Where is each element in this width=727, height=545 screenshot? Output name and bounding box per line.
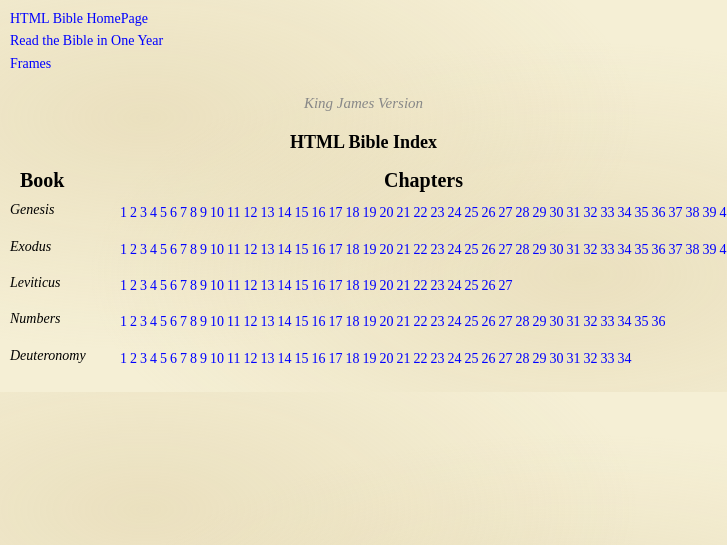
chapter-link[interactable]: 19 (362, 314, 376, 329)
chapter-link[interactable]: 13 (260, 351, 274, 366)
chapter-link[interactable]: 12 (243, 314, 257, 329)
chapter-link[interactable]: 35 (634, 205, 648, 220)
chapter-link[interactable]: 31 (566, 351, 580, 366)
chapter-link[interactable]: 7 (180, 278, 187, 293)
chapter-link[interactable]: 15 (294, 205, 308, 220)
chapter-link[interactable]: 38 (685, 242, 699, 257)
chapter-link[interactable]: 6 (170, 278, 177, 293)
chapter-link[interactable]: 26 (481, 205, 495, 220)
chapter-link[interactable]: 32 (583, 205, 597, 220)
chapter-link[interactable]: 19 (362, 205, 376, 220)
chapter-link[interactable]: 6 (170, 314, 177, 329)
chapter-link[interactable]: 7 (180, 242, 187, 257)
chapter-link[interactable]: 7 (180, 351, 187, 366)
chapter-link[interactable]: 25 (464, 242, 478, 257)
chapter-link[interactable]: 16 (311, 278, 325, 293)
chapter-link[interactable]: 15 (294, 314, 308, 329)
chapter-link[interactable]: 10 (210, 242, 224, 257)
chapter-link[interactable]: 2 (130, 242, 137, 257)
chapter-link[interactable]: 26 (481, 278, 495, 293)
chapter-link[interactable]: 29 (532, 351, 546, 366)
chapter-link[interactable]: 23 (430, 242, 444, 257)
chapter-link[interactable]: 25 (464, 205, 478, 220)
nav-link-one-year[interactable]: Read the Bible in One Year (10, 30, 717, 52)
chapter-link[interactable]: 9 (200, 351, 207, 366)
chapter-link[interactable]: 29 (532, 314, 546, 329)
chapter-link[interactable]: 17 (328, 314, 342, 329)
chapter-link[interactable]: 1 (120, 314, 127, 329)
chapter-link[interactable]: 28 (515, 314, 529, 329)
chapter-link[interactable]: 21 (396, 351, 410, 366)
chapter-link[interactable]: 4 (150, 351, 157, 366)
chapter-link[interactable]: 24 (447, 242, 461, 257)
chapter-link[interactable]: 5 (160, 242, 167, 257)
chapter-link[interactable]: 25 (464, 278, 478, 293)
chapter-link[interactable]: 24 (447, 314, 461, 329)
chapter-link[interactable]: 22 (413, 278, 427, 293)
chapter-link[interactable]: 11 (227, 314, 240, 329)
chapter-link[interactable]: 17 (328, 278, 342, 293)
chapter-link[interactable]: 18 (345, 351, 359, 366)
chapter-link[interactable]: 17 (328, 351, 342, 366)
chapter-link[interactable]: 38 (685, 205, 699, 220)
chapter-link[interactable]: 14 (277, 242, 291, 257)
chapter-link[interactable]: 11 (227, 242, 240, 257)
chapter-link[interactable]: 2 (130, 205, 137, 220)
chapter-link[interactable]: 3 (140, 242, 147, 257)
chapter-link[interactable]: 8 (190, 351, 197, 366)
chapter-link[interactable]: 20 (379, 242, 393, 257)
chapter-link[interactable]: 16 (311, 351, 325, 366)
chapter-link[interactable]: 30 (549, 242, 563, 257)
chapter-link[interactable]: 13 (260, 314, 274, 329)
chapter-link[interactable]: 37 (668, 242, 682, 257)
chapter-link[interactable]: 29 (532, 242, 546, 257)
chapter-link[interactable]: 25 (464, 351, 478, 366)
chapter-link[interactable]: 24 (447, 205, 461, 220)
chapter-link[interactable]: 14 (277, 205, 291, 220)
chapter-link[interactable]: 32 (583, 314, 597, 329)
chapter-link[interactable]: 5 (160, 205, 167, 220)
chapter-link[interactable]: 1 (120, 205, 127, 220)
chapter-link[interactable]: 22 (413, 351, 427, 366)
chapter-link[interactable]: 27 (498, 242, 512, 257)
chapter-link[interactable]: 21 (396, 314, 410, 329)
chapter-link[interactable]: 33 (600, 314, 614, 329)
chapter-link[interactable]: 25 (464, 314, 478, 329)
chapter-link[interactable]: 2 (130, 351, 137, 366)
chapter-link[interactable]: 15 (294, 242, 308, 257)
chapter-link[interactable]: 9 (200, 242, 207, 257)
chapter-link[interactable]: 10 (210, 278, 224, 293)
chapter-link[interactable]: 30 (549, 351, 563, 366)
chapter-link[interactable]: 18 (345, 314, 359, 329)
chapter-link[interactable]: 14 (277, 278, 291, 293)
chapter-link[interactable]: 4 (150, 278, 157, 293)
chapter-link[interactable]: 30 (549, 314, 563, 329)
chapter-link[interactable]: 31 (566, 205, 580, 220)
chapter-link[interactable]: 23 (430, 314, 444, 329)
chapter-link[interactable]: 26 (481, 314, 495, 329)
chapter-link[interactable]: 24 (447, 351, 461, 366)
chapter-link[interactable]: 1 (120, 351, 127, 366)
chapter-link[interactable]: 37 (668, 205, 682, 220)
chapter-link[interactable]: 4 (150, 205, 157, 220)
chapter-link[interactable]: 27 (498, 278, 512, 293)
chapter-link[interactable]: 40 (719, 242, 727, 257)
chapter-link[interactable]: 15 (294, 278, 308, 293)
chapter-link[interactable]: 12 (243, 205, 257, 220)
chapter-link[interactable]: 29 (532, 205, 546, 220)
chapter-link[interactable]: 12 (243, 351, 257, 366)
chapter-link[interactable]: 23 (430, 205, 444, 220)
chapter-link[interactable]: 11 (227, 278, 240, 293)
chapter-link[interactable]: 4 (150, 314, 157, 329)
chapter-link[interactable]: 6 (170, 351, 177, 366)
chapter-link[interactable]: 26 (481, 351, 495, 366)
chapter-link[interactable]: 5 (160, 278, 167, 293)
chapter-link[interactable]: 8 (190, 314, 197, 329)
nav-link-homepage[interactable]: HTML Bible HomePage (10, 8, 717, 30)
chapter-link[interactable]: 22 (413, 314, 427, 329)
chapter-link[interactable]: 3 (140, 351, 147, 366)
chapter-link[interactable]: 3 (140, 205, 147, 220)
chapter-link[interactable]: 9 (200, 205, 207, 220)
nav-link-frames[interactable]: Frames (10, 53, 717, 75)
chapter-link[interactable]: 35 (634, 242, 648, 257)
